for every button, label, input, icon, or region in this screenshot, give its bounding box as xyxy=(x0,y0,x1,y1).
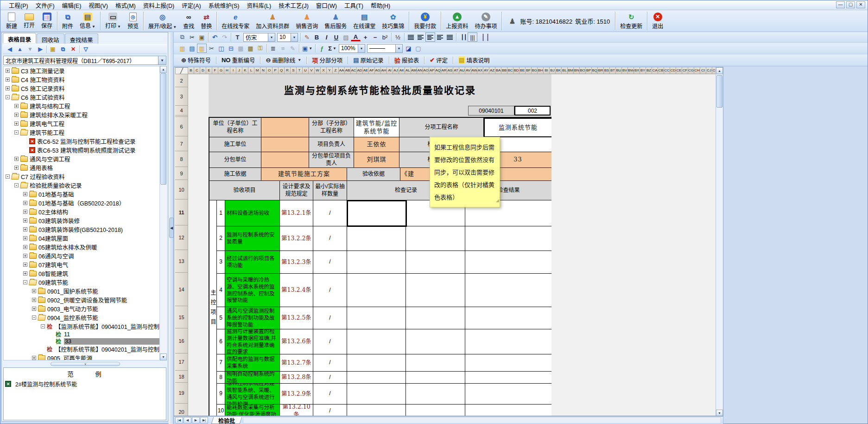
column-header-BQ[interactable]: BQ xyxy=(592,67,598,74)
chevron-down-icon[interactable]: ▼ xyxy=(268,33,275,41)
paste-button[interactable]: ▣ xyxy=(197,32,207,42)
nav-down-icon[interactable]: ▼ xyxy=(26,45,34,53)
align-right-button[interactable] xyxy=(435,32,445,42)
function-button[interactable]: ƒ xyxy=(317,44,327,53)
toolbar-button-open[interactable]: 打开 xyxy=(20,11,38,31)
cell-design-requirement[interactable]: 第13.2.1条 xyxy=(280,200,313,226)
panel-tab-表格目录[interactable]: 表格目录 xyxy=(3,33,36,43)
tree-item[interactable]: -C7 过程验收资料 xyxy=(4,172,159,181)
column-header-AE[interactable]: AE xyxy=(363,67,369,74)
cell-item-number[interactable]: 8 xyxy=(217,372,225,384)
standard-selector[interactable]: 北京市建筑工程资料管理规程（DB11／T695-2017） ▼ xyxy=(3,56,166,65)
row-header-4[interactable]: 4 xyxy=(175,106,188,116)
column-header-K[interactable]: K xyxy=(242,67,248,74)
cell-label[interactable]: 分包单位项目负责人 xyxy=(309,152,354,168)
superscript-button[interactable]: b² xyxy=(380,32,390,42)
prev-sheet-icon[interactable]: ◀ xyxy=(184,417,191,424)
column-header-AF[interactable]: AF xyxy=(369,67,375,74)
cell-sample-quantity[interactable]: / xyxy=(313,226,347,251)
expand-icon[interactable]: + xyxy=(14,122,19,126)
column-header-AT[interactable]: AT xyxy=(453,67,459,74)
cell-sample-quantity[interactable]: / xyxy=(313,307,347,329)
undo-button[interactable]: ↶ xyxy=(210,32,220,42)
toolbar-button-join-group[interactable]: ♟加入资料员群 xyxy=(253,11,292,31)
cell-check-result[interactable] xyxy=(465,354,551,372)
column-header-CF[interactable]: CF xyxy=(682,67,688,74)
row-header-3[interactable]: 3 xyxy=(175,87,188,106)
column-header-BZ[interactable]: BZ xyxy=(646,67,652,74)
underline-button[interactable]: U xyxy=(331,32,341,42)
select-all-corner[interactable] xyxy=(175,67,188,74)
tree-item[interactable]: +04建筑屋面 xyxy=(4,234,159,243)
cell-empty[interactable] xyxy=(261,137,309,152)
command-button-original-record[interactable]: ▤原始记录 xyxy=(349,55,387,65)
format-painter-button[interactable]: ✎ xyxy=(302,32,312,42)
tree-item[interactable]: -建筑节能工程 xyxy=(4,128,159,137)
toolbar-button-upload-data[interactable]: ▲上报资料 xyxy=(443,11,471,31)
tree-item[interactable]: +0902_供暖空调设备及管网节能 xyxy=(4,296,159,304)
column-header-BG[interactable]: BG xyxy=(532,67,538,74)
cell-design-requirement[interactable]: 第13.2.7条 xyxy=(280,354,313,372)
align-left-button[interactable] xyxy=(416,32,425,42)
font-color-button[interactable]: A xyxy=(351,33,361,41)
command-button-subitem[interactable]: 项分部分项 xyxy=(308,55,346,65)
align-center-button[interactable] xyxy=(425,32,435,42)
cell-design-requirement[interactable]: 第13.2.8条 xyxy=(280,372,313,384)
row-header-18[interactable]: 18 xyxy=(175,371,188,383)
cell-check-record[interactable] xyxy=(406,384,465,405)
chevron-down-icon[interactable]: ▼ xyxy=(92,25,95,29)
expand-icon[interactable]: + xyxy=(23,227,27,231)
column-header-CJ[interactable]: CJ xyxy=(706,67,712,74)
column-headers[interactable]: BCDEFGHIJKLMNOPQRSTUVWXYZAAABACADAEAFAGA… xyxy=(188,67,716,74)
toolbar-button-pay[interactable]: ¥我要付款 xyxy=(411,11,439,31)
menu-item-1[interactable]: 工程(P) xyxy=(5,0,32,11)
column-header-AS[interactable]: AS xyxy=(447,67,453,74)
tree-item[interactable]: -C6 施工试验资料 xyxy=(4,93,159,102)
tree-item[interactable]: +06通风与空调 xyxy=(4,251,159,260)
command-button-assessment[interactable]: ✔评定 xyxy=(426,55,451,65)
row-header-2[interactable]: 2 xyxy=(175,74,188,87)
row-spacing-decrease-button[interactable]: ≡ xyxy=(278,44,288,53)
cell-value[interactable]: 建筑节能施工方案 xyxy=(261,168,347,181)
tree-scrollbar-thumb[interactable] xyxy=(160,73,166,185)
menu-item-3[interactable]: 编辑(E) xyxy=(58,0,85,11)
column-header-CD[interactable]: CD xyxy=(670,67,676,74)
column-header-AP[interactable]: AP xyxy=(429,67,435,74)
row-header-9[interactable]: 9 xyxy=(175,167,188,180)
next-sheet-icon[interactable]: ▶ xyxy=(192,417,200,424)
cell-check-result[interactable] xyxy=(465,372,551,384)
column-header-BV[interactable]: BV xyxy=(622,67,628,74)
panel-tab-回收站[interactable]: 回收站 xyxy=(37,33,64,44)
column-header-AM[interactable]: AM xyxy=(411,67,417,74)
column-header-AV[interactable]: AV xyxy=(465,67,471,74)
copy-format-button[interactable]: ✎ xyxy=(288,44,298,53)
vertical-text-center-button[interactable]: ||| xyxy=(468,32,477,42)
tree-item[interactable]: +02主体结构 xyxy=(4,207,159,216)
collapse-icon[interactable]: - xyxy=(32,315,36,320)
row-header-7[interactable]: 7 xyxy=(175,136,188,151)
column-header-CI[interactable]: CI xyxy=(700,67,706,74)
column-header-AI[interactable]: AI xyxy=(387,67,393,74)
column-header-AD[interactable]: AD xyxy=(357,67,363,74)
tree-item[interactable]: +建筑与结构工程 xyxy=(4,102,159,110)
tree-item[interactable]: +05建筑给水排水及供暖 xyxy=(4,243,159,251)
row-header-19[interactable]: 19 xyxy=(175,383,188,404)
row-header-20[interactable]: 20 xyxy=(175,404,188,416)
tree-item[interactable]: -09建筑节能 xyxy=(4,278,159,287)
column-header-T[interactable]: T xyxy=(297,67,303,74)
command-button-inspection-form[interactable]: 验报验表 xyxy=(391,55,423,65)
column-header-BR[interactable]: BR xyxy=(598,67,604,74)
menu-item-11[interactable]: 窗口(W) xyxy=(312,0,341,11)
cell-item-name[interactable]: 供配电的监测与数据采集系统 xyxy=(225,354,280,372)
cell-check-record[interactable] xyxy=(347,372,406,384)
cell-design-requirement[interactable]: 第13.2.2条 xyxy=(280,226,313,251)
fraction-button[interactable]: ½ xyxy=(393,32,403,42)
column-header-O[interactable]: O xyxy=(266,67,272,74)
cell-check-record[interactable] xyxy=(406,226,465,251)
cell-item-number[interactable]: 6 xyxy=(217,329,225,354)
insert-col-right-button[interactable]: ▥ xyxy=(197,44,207,53)
cell-sample-quantity[interactable]: / xyxy=(313,405,347,416)
toolbar-button-attachment[interactable]: ⧉附件 xyxy=(59,11,76,31)
cell-item-name[interactable]: 材料设备进场验收 xyxy=(225,200,280,226)
cell-check-result[interactable] xyxy=(465,384,551,405)
